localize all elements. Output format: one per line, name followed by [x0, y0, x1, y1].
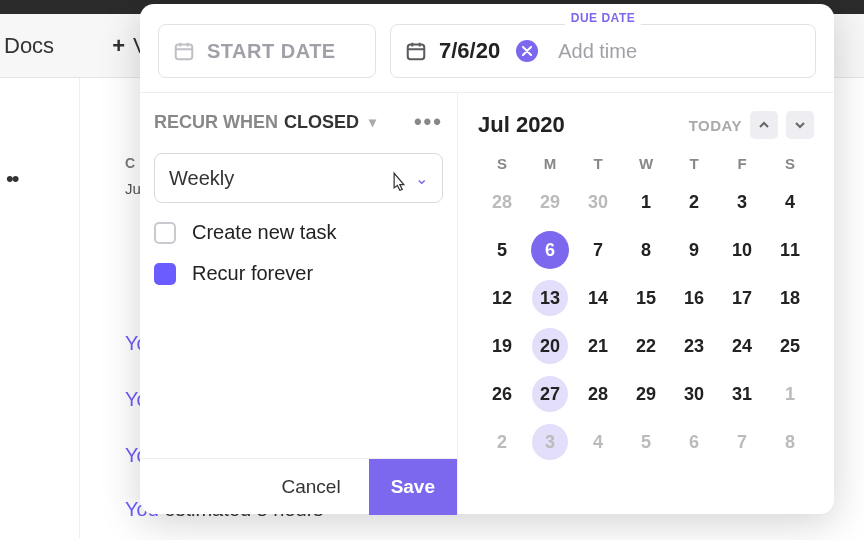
- calendar-month-label: Jul 2020: [478, 112, 565, 138]
- due-date-field[interactable]: DUE DATE 7/6/20 Add time: [390, 24, 816, 78]
- calendar-day[interactable]: 27: [526, 370, 574, 418]
- calendar-day[interactable]: 3: [718, 178, 766, 226]
- due-date-value: 7/6/20: [439, 38, 500, 64]
- checkbox-unchecked-icon[interactable]: [154, 222, 176, 244]
- calendar-dow: W: [622, 155, 670, 172]
- calendar-day[interactable]: 21: [574, 322, 622, 370]
- save-button[interactable]: Save: [369, 459, 457, 515]
- bg-activity-date: Ju: [125, 180, 141, 197]
- next-month-button[interactable]: [786, 111, 814, 139]
- calendar-day[interactable]: 15: [622, 274, 670, 322]
- calendar-day[interactable]: 23: [670, 322, 718, 370]
- frequency-value: Weekly: [169, 167, 234, 190]
- calendar-day[interactable]: 18: [766, 274, 814, 322]
- calendar-day[interactable]: 7: [718, 418, 766, 466]
- due-date-label: DUE DATE: [565, 11, 641, 25]
- svg-rect-0: [176, 45, 193, 60]
- calendar-dow: M: [526, 155, 574, 172]
- cancel-button[interactable]: Cancel: [263, 476, 358, 498]
- modal-footer: Cancel Save: [140, 458, 457, 514]
- chevron-down-icon: ⌄: [415, 169, 428, 188]
- docs-tab[interactable]: Docs: [4, 33, 54, 59]
- create-new-task-option[interactable]: Create new task: [154, 221, 443, 244]
- more-options-icon[interactable]: •••: [414, 109, 443, 135]
- calendar-day[interactable]: 11: [766, 226, 814, 274]
- calendar-dow: T: [574, 155, 622, 172]
- calendar-dow-row: SMTWTFS: [478, 155, 814, 172]
- calendar-day[interactable]: 6: [670, 418, 718, 466]
- background-sidebar: [0, 78, 80, 538]
- calendar-day[interactable]: 4: [574, 418, 622, 466]
- option-label: Recur forever: [192, 262, 313, 285]
- calendar-day[interactable]: 16: [670, 274, 718, 322]
- calendar-day[interactable]: 8: [766, 418, 814, 466]
- recur-mode: CLOSED: [284, 112, 359, 133]
- calendar-day[interactable]: 13: [526, 274, 574, 322]
- calendar-day[interactable]: 3: [526, 418, 574, 466]
- recur-forever-option[interactable]: Recur forever: [154, 262, 443, 285]
- today-button[interactable]: TODAY: [689, 117, 742, 134]
- bg-activity-label: C: [125, 155, 136, 171]
- calendar-pane: Jul 2020 TODAY SMTWTFS 28293012345678910…: [458, 93, 834, 514]
- calendar-dow: S: [766, 155, 814, 172]
- calendar-grid: 2829301234567891011121314151617181920212…: [478, 178, 814, 466]
- option-label: Create new task: [192, 221, 337, 244]
- calendar-day[interactable]: 6: [526, 226, 574, 274]
- modal-body: RECUR WHEN CLOSED ▾ ••• Weekly ⌄ Create …: [140, 92, 834, 514]
- frequency-select[interactable]: Weekly ⌄: [154, 153, 443, 203]
- calendar-dow: F: [718, 155, 766, 172]
- calendar-icon: [405, 40, 427, 62]
- calendar-day[interactable]: 17: [718, 274, 766, 322]
- recur-trigger-selector[interactable]: RECUR WHEN CLOSED ▾ •••: [154, 109, 443, 135]
- calendar-day[interactable]: 25: [766, 322, 814, 370]
- calendar-day[interactable]: 26: [478, 370, 526, 418]
- clear-due-date-icon[interactable]: [516, 40, 538, 62]
- calendar-day[interactable]: 1: [766, 370, 814, 418]
- calendar-day[interactable]: 29: [622, 370, 670, 418]
- date-recurrence-modal: START DATE DUE DATE 7/6/20 Add time RECU…: [140, 4, 834, 514]
- date-row: START DATE DUE DATE 7/6/20 Add time: [140, 4, 834, 92]
- calendar-day[interactable]: 5: [622, 418, 670, 466]
- bg-more-icon[interactable]: ••: [6, 166, 17, 192]
- recur-prefix: RECUR WHEN: [154, 112, 278, 133]
- calendar-dow: T: [670, 155, 718, 172]
- calendar-day[interactable]: 7: [574, 226, 622, 274]
- calendar-day[interactable]: 2: [478, 418, 526, 466]
- calendar-day[interactable]: 9: [670, 226, 718, 274]
- prev-month-button[interactable]: [750, 111, 778, 139]
- calendar-day[interactable]: 28: [574, 370, 622, 418]
- calendar-day[interactable]: 5: [478, 226, 526, 274]
- start-date-field[interactable]: START DATE: [158, 24, 376, 78]
- recurrence-pane: RECUR WHEN CLOSED ▾ ••• Weekly ⌄ Create …: [140, 93, 458, 514]
- add-time-button[interactable]: Add time: [558, 40, 637, 63]
- calendar-day[interactable]: 28: [478, 178, 526, 226]
- svg-rect-1: [408, 45, 425, 60]
- calendar-day[interactable]: 24: [718, 322, 766, 370]
- chevron-down-icon: ▾: [369, 114, 376, 130]
- calendar-day[interactable]: 8: [622, 226, 670, 274]
- calendar-day[interactable]: 10: [718, 226, 766, 274]
- calendar-day[interactable]: 30: [574, 178, 622, 226]
- calendar-day[interactable]: 22: [622, 322, 670, 370]
- checkbox-checked-icon[interactable]: [154, 263, 176, 285]
- chevron-down-icon: [794, 119, 806, 131]
- calendar-day[interactable]: 19: [478, 322, 526, 370]
- calendar-header: Jul 2020 TODAY: [478, 111, 814, 139]
- calendar-day[interactable]: 2: [670, 178, 718, 226]
- calendar-day[interactable]: 29: [526, 178, 574, 226]
- calendar-day[interactable]: 12: [478, 274, 526, 322]
- start-date-placeholder: START DATE: [207, 40, 336, 63]
- calendar-day[interactable]: 30: [670, 370, 718, 418]
- add-tab-button[interactable]: +: [112, 33, 125, 59]
- calendar-day[interactable]: 14: [574, 274, 622, 322]
- calendar-day[interactable]: 1: [622, 178, 670, 226]
- calendar-icon: [173, 40, 195, 62]
- calendar-dow: S: [478, 155, 526, 172]
- chevron-up-icon: [758, 119, 770, 131]
- calendar-day[interactable]: 4: [766, 178, 814, 226]
- calendar-day[interactable]: 31: [718, 370, 766, 418]
- calendar-day[interactable]: 20: [526, 322, 574, 370]
